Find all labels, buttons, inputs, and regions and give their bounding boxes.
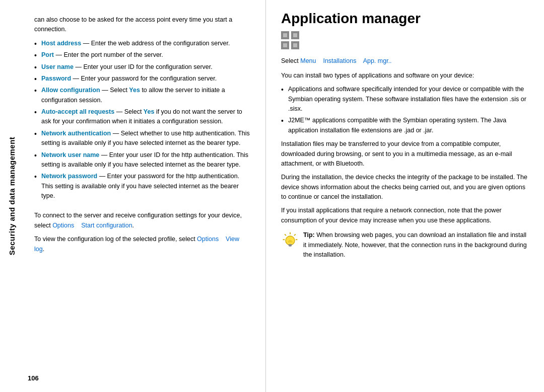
svg-rect-4	[283, 33, 287, 37]
right-para-install: During the installation, the device chec…	[281, 173, 529, 202]
app-manager-icon	[281, 31, 299, 49]
right-para-network: If you install applications that require…	[281, 206, 529, 225]
right-panel: Application manager Select Menu Installa…	[266, 0, 544, 392]
footer-options-2: Options	[197, 236, 219, 243]
term-allow-config: Allow configuration	[41, 87, 100, 94]
svg-line-10	[294, 234, 296, 236]
list-item: Allow configuration — Select Yes to allo…	[34, 86, 250, 105]
list-item: Network password — Enter your password f…	[34, 172, 250, 201]
text-host-address: — Enter the web address of the configura…	[83, 40, 230, 47]
term-host-address: Host address	[41, 40, 81, 47]
left-panel: can also choose to be asked for the acce…	[24, 0, 266, 392]
select-space2	[356, 57, 363, 64]
term-password: Password	[41, 75, 71, 82]
select-installations: Installations	[323, 57, 356, 64]
svg-rect-7	[293, 43, 297, 47]
text-allow-config: — Select	[102, 87, 129, 94]
select-line: Select Menu Installations App. mgr..	[281, 56, 529, 66]
svg-line-9	[285, 234, 286, 236]
tip-icon	[281, 231, 299, 250]
list-item: Host address — Enter the web address of …	[34, 39, 250, 48]
term-network-password: Network password	[41, 173, 97, 180]
footer-options-1: Options	[52, 222, 74, 229]
text-password: — Enter your password for the configurat…	[73, 75, 217, 82]
list-item: J2ME™ applications compatible with the S…	[281, 116, 529, 135]
tip-text: Tip: When browsing web pages, you can do…	[303, 230, 529, 260]
svg-rect-14	[288, 244, 292, 246]
page-number: 106	[28, 374, 39, 382]
right-para-transfer: Installation files may be transferred to…	[281, 139, 529, 169]
footer-para2-suffix: .	[43, 246, 44, 253]
footer-para1-suffix: .	[132, 222, 134, 229]
footer-para-2: To view the configuration log of the sel…	[34, 234, 250, 254]
page-container: Security and data management can also ch…	[0, 0, 544, 392]
term-network-auth: Network authentication	[41, 130, 111, 137]
select-prefix: Select	[281, 57, 300, 64]
app-manager-title: Application manager	[281, 10, 529, 27]
list-item: Network user name — Enter your user ID f…	[34, 150, 250, 170]
text-port: — Enter the port number of the server.	[55, 51, 163, 58]
term-user-name: User name	[41, 63, 74, 70]
sidebar: Security and data management	[0, 0, 24, 392]
footer-start-config: Start configuration	[81, 222, 132, 229]
term-auto-accept: Auto-accept all requests	[41, 108, 114, 115]
bullet-list-right: Applications and software specifically i…	[281, 85, 529, 135]
select-appmgr: App. mgr..	[363, 57, 392, 64]
select-space1	[316, 57, 323, 64]
intro-text: can also choose to be asked for the acce…	[34, 15, 250, 35]
term-network-user: Network user name	[41, 151, 99, 159]
list-item: Network authentication — Select whether …	[34, 129, 250, 148]
term-yes-1: Yes	[129, 87, 140, 94]
text-auto-accept: — Select	[116, 108, 144, 115]
term-port: Port	[41, 51, 54, 58]
svg-rect-5	[293, 33, 297, 37]
tip-box: Tip: When browsing web pages, you can do…	[281, 230, 529, 260]
svg-rect-15	[289, 246, 291, 247]
list-item: User name — Enter your user ID for the c…	[34, 62, 250, 72]
svg-rect-6	[283, 43, 287, 47]
footer-para-1: To connect to the server and receive con…	[34, 211, 250, 230]
bullet-list-left: Host address — Enter the web address of …	[34, 39, 250, 201]
footer-para2-prefix: To view the configuration log of the sel…	[34, 236, 197, 243]
list-item: Port — Enter the port number of the serv…	[34, 50, 250, 60]
sidebar-label: Security and data management	[8, 137, 17, 256]
list-item: Applications and software specifically i…	[281, 85, 529, 114]
list-item: Auto-accept all requests — Select Yes if…	[34, 107, 250, 127]
tip-content: When browsing web pages, you can downloa…	[303, 231, 527, 258]
select-menu: Menu	[300, 57, 316, 64]
term-yes-2: Yes	[144, 108, 155, 115]
text-user-name: — Enter your user ID for the configurati…	[75, 63, 212, 70]
right-intro-text: You can install two types of application…	[281, 71, 529, 81]
footer-arrow-1	[74, 222, 81, 229]
list-item: Password — Enter your password for the c…	[34, 74, 250, 84]
footer-arrow-2	[219, 236, 226, 243]
tip-bold-label: Tip:	[303, 231, 315, 239]
